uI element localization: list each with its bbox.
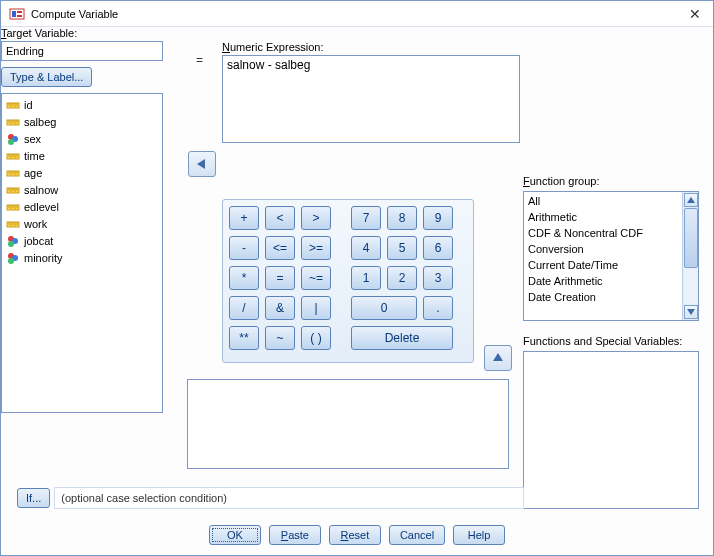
function-group-item[interactable]: Date Arithmetic	[526, 273, 680, 289]
function-group-item[interactable]: All	[526, 193, 680, 209]
arrow-up-icon	[492, 351, 504, 365]
keypad-op-button[interactable]: ( )	[301, 326, 331, 350]
svg-point-51	[8, 241, 14, 247]
keypad-num-button[interactable]: 8	[387, 206, 417, 230]
equals-sign: =	[196, 53, 203, 67]
function-group-label: Function group:	[523, 175, 599, 187]
keypad-op-button[interactable]: -	[229, 236, 259, 260]
function-group-item[interactable]: Conversion	[526, 241, 680, 257]
keypad-num-button[interactable]: .	[423, 296, 453, 320]
scale-icon	[6, 200, 20, 214]
target-variable-input[interactable]	[1, 41, 163, 61]
target-variable-label: Target Variable:	[1, 27, 163, 39]
variable-name: jobcat	[24, 235, 53, 247]
function-group-item[interactable]: Current Date/Time	[526, 257, 680, 273]
type-and-label-button[interactable]: Type & Label...	[1, 67, 92, 87]
dialog-button-row: OK Paste Reset Cancel Help	[1, 525, 713, 545]
keypad-delete-button[interactable]: Delete	[351, 326, 453, 350]
nominal-icon	[6, 234, 20, 248]
keypad-op-button[interactable]: +	[229, 206, 259, 230]
keypad-num-button[interactable]: 6	[423, 236, 453, 260]
svg-marker-58	[687, 309, 695, 315]
keypad-op-button[interactable]: *	[229, 266, 259, 290]
keypad-num-button[interactable]: 1	[351, 266, 381, 290]
nominal-icon	[6, 132, 20, 146]
variable-list[interactable]: idsalbegsextimeagesalnowedlevelworkjobca…	[1, 93, 163, 413]
reset-button[interactable]: Reset	[329, 525, 381, 545]
variable-item[interactable]: salnow	[4, 181, 160, 198]
window-title: Compute Variable	[31, 8, 685, 20]
keypad-num-button[interactable]: 2	[387, 266, 417, 290]
variable-item[interactable]: minority	[4, 249, 160, 266]
scale-icon	[6, 98, 20, 112]
keypad-op-button[interactable]: |	[301, 296, 331, 320]
numeric-expression-label: Numeric Expression:	[222, 41, 520, 53]
close-button[interactable]: ✕	[685, 6, 705, 22]
arrow-left-icon	[195, 158, 209, 170]
scale-icon	[6, 149, 20, 163]
variable-item[interactable]: sex	[4, 130, 160, 147]
keypad-num-button[interactable]: 9	[423, 206, 453, 230]
keypad-op-button[interactable]: <=	[265, 236, 295, 260]
scrollbar[interactable]	[682, 192, 698, 320]
keypad-op-button[interactable]: **	[229, 326, 259, 350]
app-icon	[9, 6, 25, 22]
scroll-thumb[interactable]	[684, 208, 698, 268]
keypad-op-button[interactable]: ~	[265, 326, 295, 350]
keypad-op-button[interactable]: <	[265, 206, 295, 230]
scale-icon	[6, 166, 20, 180]
functions-special-vars-list[interactable]	[523, 351, 699, 509]
keypad-num-button[interactable]: 5	[387, 236, 417, 260]
variable-item[interactable]: salbeg	[4, 113, 160, 130]
keypad-op-button[interactable]: /	[229, 296, 259, 320]
variable-item[interactable]: jobcat	[4, 232, 160, 249]
compute-variable-dialog: Compute Variable ✕ Target Variable: Type…	[0, 0, 714, 556]
variable-item[interactable]: edlevel	[4, 198, 160, 215]
variable-name: time	[24, 150, 45, 162]
svg-marker-56	[493, 353, 503, 361]
svg-point-18	[8, 139, 14, 145]
variable-name: edlevel	[24, 201, 59, 213]
variable-name: sex	[24, 133, 41, 145]
function-group-list[interactable]: AllArithmeticCDF & Noncentral CDFConvers…	[523, 191, 699, 321]
function-group-item[interactable]: Arithmetic	[526, 209, 680, 225]
cancel-button[interactable]: Cancel	[389, 525, 445, 545]
keypad-num-button[interactable]: 0	[351, 296, 417, 320]
scroll-down-button[interactable]	[684, 305, 698, 319]
functions-special-vars-label: Functions and Special Variables:	[523, 335, 682, 347]
variable-name: work	[24, 218, 47, 230]
function-group-item[interactable]: CDF & Noncentral CDF	[526, 225, 680, 241]
keypad-op-button[interactable]: =	[265, 266, 295, 290]
insert-function-button[interactable]	[484, 345, 512, 371]
keypad-op-button[interactable]: &	[265, 296, 295, 320]
variable-name: age	[24, 167, 42, 179]
help-button[interactable]: Help	[453, 525, 505, 545]
function-group-item[interactable]: Date Creation	[526, 289, 680, 305]
scale-icon	[6, 217, 20, 231]
svg-marker-57	[687, 197, 695, 203]
keypad-num-button[interactable]: 4	[351, 236, 381, 260]
keypad-op-button[interactable]: >	[301, 206, 331, 230]
variable-name: minority	[24, 252, 63, 264]
numeric-expression-input[interactable]	[222, 55, 520, 143]
scroll-up-button[interactable]	[684, 193, 698, 207]
variable-name: salbeg	[24, 116, 56, 128]
titlebar: Compute Variable ✕	[1, 1, 713, 27]
svg-rect-1	[12, 11, 16, 17]
keypad-num-button[interactable]: 3	[423, 266, 453, 290]
move-to-expression-button[interactable]	[188, 151, 216, 177]
variable-item[interactable]: time	[4, 147, 160, 164]
variable-item[interactable]: id	[4, 96, 160, 113]
variable-name: salnow	[24, 184, 58, 196]
keypad-num-button[interactable]: 7	[351, 206, 381, 230]
paste-button[interactable]: Paste	[269, 525, 321, 545]
variable-item[interactable]: work	[4, 215, 160, 232]
variable-item[interactable]: age	[4, 164, 160, 181]
scale-icon	[6, 115, 20, 129]
if-button[interactable]: If...	[17, 488, 50, 508]
keypad-op-button[interactable]: >=	[301, 236, 331, 260]
ok-button[interactable]: OK	[209, 525, 261, 545]
scale-icon	[6, 183, 20, 197]
keypad-op-button[interactable]: ~=	[301, 266, 331, 290]
scroll-track[interactable]	[684, 208, 698, 304]
